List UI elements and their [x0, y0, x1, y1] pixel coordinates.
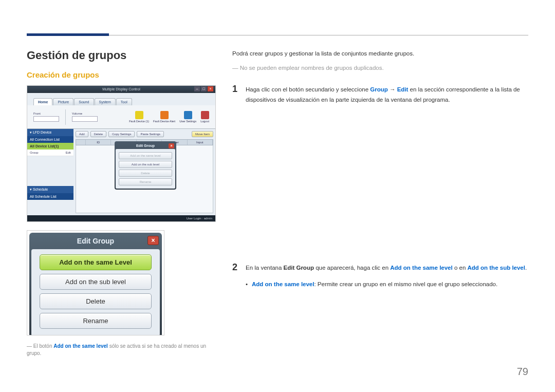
group-label: Group [30, 151, 39, 154]
move-item-button[interactable]: Move Item [192, 131, 213, 137]
delete-button-dialog[interactable]: Delete [40, 293, 152, 309]
col-id: ID [86, 140, 111, 145]
footnote: ― El botón Add on the same level sólo se… [27, 343, 216, 357]
ribbon-volume-group: Volume [72, 112, 98, 122]
edit-label: Edit [66, 151, 71, 154]
volume-label: Volume [72, 112, 82, 115]
step1-text: Haga clic con el botón secundario y sele… [246, 84, 528, 105]
status-bar: User Login : admin [27, 215, 215, 221]
page-content: Gestión de grupos Creación de grupos Mul… [27, 49, 528, 377]
close-icon[interactable]: × [208, 86, 213, 91]
tab-sound[interactable]: Sound [74, 98, 94, 105]
ribbon: Front Volume Fault Device (1) Fault Devi… [27, 105, 215, 129]
step2-text: En la ventana Edit Group que aparecerá, … [246, 263, 528, 289]
intro-text: Podrá crear grupos y gestionar la lista … [232, 49, 528, 58]
user-settings-icon[interactable]: User Settings [179, 111, 196, 123]
delete-button[interactable]: Delete [90, 131, 106, 137]
step-1: 1 Haga clic con el botón secundario y se… [232, 84, 528, 105]
fault-device-icon[interactable]: Fault Device (1) [129, 111, 149, 123]
step1-number: 1 [232, 84, 239, 105]
sidebar-group-row[interactable]: Group Edit [27, 150, 73, 156]
note-text: ― No se pueden emplear nombres de grupos… [232, 63, 528, 72]
sidebar-schedule-list[interactable]: All Schedule List [27, 193, 73, 200]
add-sub-level-button[interactable]: Add on the sub level [40, 274, 152, 290]
add-same-level-button[interactable]: Add on the same Level [40, 254, 152, 270]
dialog-body: Add on the same Level Add on the sub lev… [31, 249, 160, 335]
popup-rename[interactable]: Rename [119, 178, 172, 185]
step2-number: 2 [232, 263, 239, 289]
dialog-window: Edit Group × Add on the same Level Add o… [29, 233, 162, 335]
sidebar-schedule-header[interactable]: ▾ Schedule [27, 186, 73, 193]
tab-tool[interactable]: Tool [116, 98, 132, 105]
minimize-icon[interactable]: – [194, 86, 200, 91]
popup-close-icon[interactable]: × [169, 143, 174, 148]
dialog-close-icon[interactable]: × [147, 236, 159, 245]
tab-home[interactable]: Home [33, 98, 52, 105]
col-check [76, 140, 86, 145]
sidebar-device-list[interactable]: All Device List(1) [27, 143, 73, 150]
popup-delete[interactable]: Delete [119, 170, 172, 177]
header-accent [27, 33, 109, 36]
edit-group-popup-small: Edit Group × Add on the same level Add o… [115, 141, 176, 190]
bullet-same-level: • Add on the same level: Permite crear u… [246, 279, 528, 289]
screenshot-edit-group-dialog: Edit Group × Add on the same Level Add o… [27, 230, 164, 335]
window-buttons: – □ × [194, 86, 213, 91]
right-column: Podrá crear grupos y gestionar la lista … [232, 49, 528, 377]
window-title: Multiple Display Control – □ × [27, 86, 215, 93]
step-2: 2 En la ventana Edit Group que aparecerá… [232, 263, 528, 289]
tab-picture[interactable]: Picture [53, 98, 73, 105]
popup-body: Add on the same level Add on the sub lev… [116, 149, 175, 189]
section-heading: Gestión de grupos [27, 49, 216, 62]
toolbar-row: Add Delete Copy Settings Paste Settings … [73, 129, 215, 139]
sidebar-connection-header[interactable]: All Connection List [27, 136, 73, 143]
sidebar: ▾ LFD Device All Connection List All Dev… [27, 129, 73, 215]
popup-add-sub-level[interactable]: Add on the sub level [119, 161, 172, 168]
front-label: Front [33, 112, 41, 115]
dialog-titlebar: Edit Group × [30, 234, 161, 248]
rename-button-dialog[interactable]: Rename [40, 313, 152, 329]
ribbon-front-group: Front [33, 112, 59, 122]
ribbon-right: Fault Device (1) Fault Device Alert User… [129, 111, 209, 123]
paste-settings-button[interactable]: Paste Settings [137, 131, 164, 137]
fault-alert-icon[interactable]: Fault Device Alert [153, 111, 175, 123]
dialog-title-text: Edit Group [77, 237, 114, 245]
maximize-icon[interactable]: □ [201, 86, 207, 91]
main-tabs: Home Picture Sound System Tool [27, 93, 215, 105]
volume-select[interactable] [72, 116, 98, 122]
page-number: 79 [517, 366, 528, 378]
popup-title: Edit Group × [116, 142, 175, 149]
front-select[interactable] [33, 116, 59, 122]
copy-settings-button[interactable]: Copy Settings [108, 131, 135, 137]
logout-icon[interactable]: Logout [200, 111, 209, 123]
popup-add-same-level[interactable]: Add on the same level [119, 152, 172, 159]
subsection-heading: Creación de grupos [27, 70, 216, 79]
left-column: Gestión de grupos Creación de grupos Mul… [27, 49, 216, 377]
col-input: Input [188, 140, 213, 145]
tab-system[interactable]: System [95, 98, 116, 105]
sidebar-lfd-header[interactable]: ▾ LFD Device [27, 129, 73, 136]
bullet-dot: • [246, 279, 248, 289]
add-button[interactable]: Add [76, 131, 88, 137]
window-title-text: Multiple Display Control [102, 87, 140, 91]
screenshot-mdc-app: Multiple Display Control – □ × Home Pict… [27, 85, 216, 222]
